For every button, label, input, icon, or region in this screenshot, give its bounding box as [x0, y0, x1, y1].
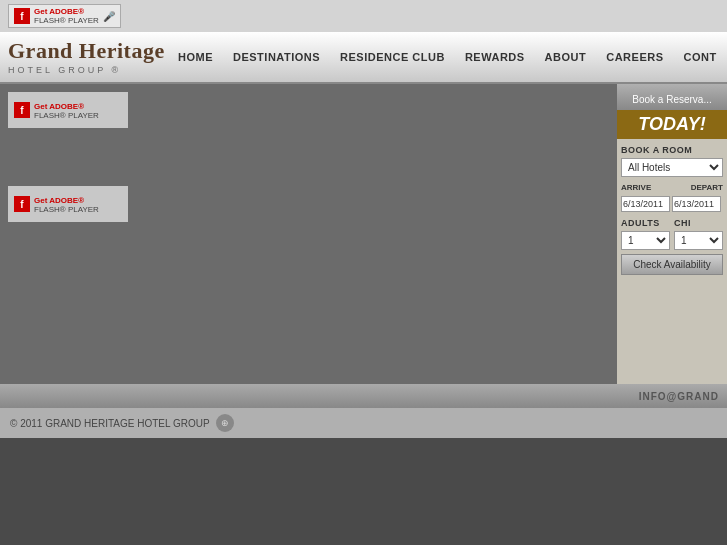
booking-sidebar: Book a Reserva... TODAY! BOOK A ROOM All…: [617, 84, 727, 384]
date-row: [621, 196, 723, 212]
nav-item-about[interactable]: ABOUT: [535, 51, 597, 63]
logo: Grand Heritage HOTEL GROUP ®: [8, 39, 168, 74]
flash-icon-1: f: [14, 102, 30, 118]
arrive-date-input[interactable]: [621, 196, 670, 212]
children-section: CHI 1: [674, 218, 723, 250]
main-area: f Get ADOBE® FLASH® PLAYER f Get ADOBE® …: [0, 84, 727, 384]
nav: HOME DESTINATIONS RESIDENCE CLUB REWARDS…: [168, 51, 727, 63]
info-bar: INFO@GRAND: [0, 384, 727, 408]
logo-sub: HOTEL GROUP ®: [8, 65, 168, 75]
nav-item-destinations[interactable]: DESTINATIONS: [223, 51, 330, 63]
flash-icon: f: [14, 8, 30, 24]
book-header-title: Book a Reserva...: [632, 94, 711, 105]
footer: © 2011 GRAND HERITAGE HOTEL GROUP ⊕: [0, 408, 727, 438]
nav-item-contact[interactable]: CONT: [674, 51, 727, 63]
book-form: BOOK A ROOM All Hotels ARRIVE DEPART ADU…: [617, 139, 727, 384]
arrive-label: ARRIVE: [621, 183, 651, 192]
header: Grand Heritage HOTEL GROUP ® HOME DESTIN…: [0, 32, 727, 84]
book-header: Book a Reserva...: [617, 84, 727, 110]
book-room-label: BOOK A ROOM: [621, 145, 723, 155]
flash-top-bar: f Get ADOBE® FLASH® PLAYER 🎤: [0, 0, 727, 32]
info-email: INFO@GRAND: [639, 391, 719, 402]
flash-embed-2[interactable]: f Get ADOBE® FLASH® PLAYER: [8, 186, 128, 222]
adults-label: ADULTS: [621, 218, 670, 228]
nav-item-home[interactable]: HOME: [168, 51, 223, 63]
footer-copyright: © 2011 GRAND HERITAGE HOTEL GROUP: [10, 418, 210, 429]
nav-item-careers[interactable]: CAREERS: [596, 51, 673, 63]
mic-icon: 🎤: [103, 11, 115, 22]
hotel-select[interactable]: All Hotels: [621, 158, 723, 177]
nav-item-residence-club[interactable]: RESIDENCE CLUB: [330, 51, 455, 63]
logo-main: Grand Heritage: [8, 39, 168, 63]
depart-date-input[interactable]: [672, 196, 721, 212]
footer-icon: ⊕: [216, 414, 234, 432]
book-dates: ARRIVE DEPART: [621, 183, 723, 192]
content-area: f Get ADOBE® FLASH® PLAYER f Get ADOBE® …: [0, 84, 617, 384]
adults-select[interactable]: 1: [621, 231, 670, 250]
flash-embed-1[interactable]: f Get ADOBE® FLASH® PLAYER: [8, 92, 128, 128]
flash-text-1: Get ADOBE® FLASH® PLAYER: [34, 99, 99, 121]
depart-label: DEPART: [691, 183, 723, 192]
flash-text-2: Get ADOBE® FLASH® PLAYER: [34, 193, 99, 215]
book-today: TODAY!: [617, 110, 727, 139]
adults-children-row: ADULTS 1 CHI 1: [621, 218, 723, 250]
nav-item-rewards[interactable]: REWARDS: [455, 51, 535, 63]
check-availability-button[interactable]: Check Availability: [621, 254, 723, 275]
children-label: CHI: [674, 218, 723, 228]
flash-text: Get ADOBE® FLASH® PLAYER: [34, 7, 99, 26]
flash-icon-2: f: [14, 196, 30, 212]
adults-section: ADULTS 1: [621, 218, 670, 250]
flash-badge-top[interactable]: f Get ADOBE® FLASH® PLAYER 🎤: [8, 4, 121, 28]
outer-dark-area: [0, 438, 727, 545]
children-select[interactable]: 1: [674, 231, 723, 250]
